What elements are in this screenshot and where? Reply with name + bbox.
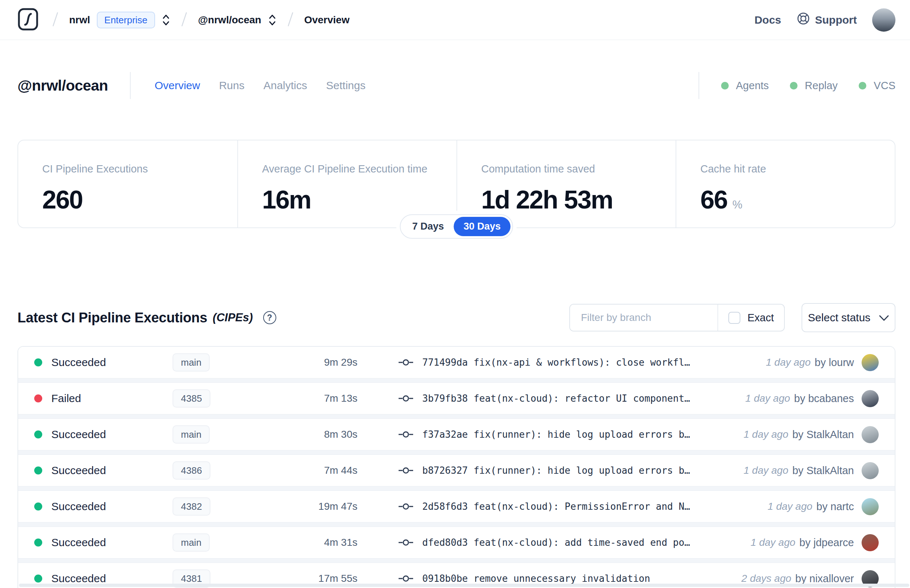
workspace-header: @nrwl/ocean OverviewRunsAnalyticsSetting…: [18, 70, 895, 101]
integration-replay[interactable]: Replay: [790, 80, 837, 92]
stat-value: 16m: [262, 185, 311, 214]
row-meta: 1 day agoby StalkAltan: [744, 426, 879, 443]
row-meta: 1 day agoby jdpearce: [750, 534, 879, 551]
status-cell: Succeeded: [34, 536, 157, 549]
timestamp: 1 day ago: [766, 357, 811, 368]
row-separator: [18, 558, 895, 563]
row-meta: 1 day agoby lourw: [766, 354, 879, 371]
tab-analytics[interactable]: Analytics: [263, 79, 307, 92]
breadcrumb-slash-icon: [52, 11, 58, 28]
status-dot: [34, 359, 42, 367]
status-cell: Succeeded: [34, 356, 157, 368]
row-meta: 1 day agoby StalkAltan: [744, 462, 879, 479]
integration-label: Agents: [736, 80, 769, 92]
tab-settings[interactable]: Settings: [326, 79, 365, 92]
integration-vcs[interactable]: VCS: [859, 80, 895, 92]
cipes-title: Latest CI Pipeline Executions: [18, 310, 207, 326]
commit-message: 2d58f6d3 feat(nx-cloud): PermissionError…: [422, 501, 690, 512]
timestamp: 1 day ago: [744, 429, 789, 440]
stat-value: 1d 22h 53m: [481, 185, 613, 214]
table-row[interactable]: Succeededmain8m 30sf37a32ae fix(runner):…: [18, 419, 895, 450]
row-meta: 1 day agoby nartc: [768, 498, 879, 515]
branch-badge[interactable]: 4385: [173, 389, 210, 407]
branch-badge[interactable]: main: [173, 425, 210, 444]
table-row[interactable]: Succeeded43867m 44sb8726327 fix(runner):…: [18, 455, 895, 486]
breadcrumb-workspace[interactable]: @nrwl/ocean: [198, 14, 261, 26]
exact-label: Exact: [747, 312, 774, 324]
commit-cell[interactable]: dfed80d3 feat(nx-cloud): add time-saved …: [398, 537, 740, 548]
org-selector-chevrons-icon[interactable]: [162, 13, 170, 27]
status-label: Succeeded: [51, 356, 106, 368]
workspace-selector-chevrons-icon[interactable]: [268, 13, 276, 27]
git-commit-icon: [398, 430, 414, 438]
divider: [130, 72, 131, 99]
range-option-7-days[interactable]: 7 Days: [402, 217, 454, 236]
nx-cloud-logo[interactable]: [18, 8, 39, 32]
breadcrumb-org[interactable]: nrwl: [69, 14, 90, 26]
stat-card-cache-hit-rate: Cache hit rate 66 %: [676, 141, 895, 228]
breadcrumb-slash-icon: [181, 11, 187, 28]
duration: 9m 29s: [271, 357, 357, 368]
commit-message: dfed80d3 feat(nx-cloud): add time-saved …: [422, 537, 690, 548]
branch-badge[interactable]: 4386: [173, 461, 210, 480]
commit-cell[interactable]: 771499da fix(nx-api & workflows): close …: [398, 357, 755, 368]
branch-cell: main: [157, 425, 271, 444]
table-row[interactable]: Succeeded438219m 47s2d58f6d3 feat(nx-clo…: [18, 491, 895, 522]
timestamp: 2 days ago: [742, 573, 791, 584]
docs-link[interactable]: Docs: [755, 14, 781, 26]
branch-cell: main: [157, 353, 271, 372]
commit-message: 3b79fb38 feat(nx-cloud): refactor UI com…: [422, 393, 690, 404]
status-dot: [34, 430, 42, 438]
author: by lourw: [815, 357, 854, 368]
commit-cell[interactable]: 3b79fb38 feat(nx-cloud): refactor UI com…: [398, 393, 735, 404]
commit-cell[interactable]: b8726327 fix(runner): hide log upload er…: [398, 465, 733, 476]
status-dot: [34, 467, 42, 475]
table-row[interactable]: Succeededmain9m 29s771499da fix(nx-api &…: [18, 347, 895, 378]
row-separator: [18, 378, 895, 383]
exact-filter[interactable]: Exact: [718, 305, 784, 331]
tab-overview[interactable]: Overview: [155, 79, 200, 92]
status-dot: [34, 538, 42, 546]
stat-label: Average CI Pipeline Execution time: [262, 163, 449, 175]
user-avatar[interactable]: [872, 8, 895, 32]
status-dot: [34, 394, 42, 402]
select-status-dropdown[interactable]: Select status: [802, 303, 895, 332]
branch-cell: 4382: [157, 498, 271, 515]
status-dot: [859, 82, 866, 89]
stat-value: 260: [42, 185, 82, 214]
integration-agents[interactable]: Agents: [721, 80, 769, 92]
row-meta: 1 day agoby bcabanes: [745, 390, 879, 407]
breadcrumb: nrwl Enterprise @nrwl/ocean Overview: [52, 11, 349, 28]
tab-runs[interactable]: Runs: [219, 79, 245, 92]
branch-badge[interactable]: 4382: [173, 498, 210, 515]
cipes-title-suffix: (CIPEs): [213, 311, 253, 324]
branch-filter-input[interactable]: [570, 305, 718, 331]
cipes-table: Succeededmain9m 29s771499da fix(nx-api &…: [18, 346, 895, 588]
branch-badge[interactable]: main: [173, 353, 210, 372]
duration: 7m 13s: [271, 393, 357, 404]
duration: 8m 30s: [271, 429, 357, 440]
breadcrumb-page: Overview: [304, 14, 350, 26]
integration-label: VCS: [874, 80, 895, 92]
row-separator: [18, 414, 895, 419]
row-separator: [18, 486, 895, 491]
commit-cell[interactable]: f37a32ae fix(runner): hide log upload er…: [398, 429, 733, 440]
workspace-tabs: OverviewRunsAnalyticsSettings: [155, 79, 366, 92]
commit-cell[interactable]: 2d58f6d3 feat(nx-cloud): PermissionError…: [398, 501, 757, 512]
help-icon[interactable]: ?: [263, 311, 276, 324]
table-row[interactable]: Succeededmain4m 31sdfed80d3 feat(nx-clou…: [18, 527, 895, 558]
exact-checkbox[interactable]: [728, 312, 740, 324]
support-link[interactable]: Support: [797, 11, 857, 28]
status-label: Succeeded: [51, 500, 106, 513]
commit-cell[interactable]: 0918b0be remove unnecessary invalidation: [398, 573, 731, 584]
table-row[interactable]: Failed43857m 13s3b79fb38 feat(nx-cloud):…: [18, 383, 895, 414]
status-label: Failed: [51, 392, 81, 405]
author: by nixallover: [795, 573, 854, 585]
range-option-30-days[interactable]: 30 Days: [454, 217, 510, 236]
breadcrumb-slash-icon: [288, 11, 293, 28]
branch-badge[interactable]: main: [173, 533, 210, 552]
author-avatar: [862, 426, 879, 443]
author: by StalkAltan: [792, 465, 854, 477]
horizontal-scrollbar[interactable]: [19, 584, 909, 587]
status-label: Succeeded: [51, 572, 106, 585]
